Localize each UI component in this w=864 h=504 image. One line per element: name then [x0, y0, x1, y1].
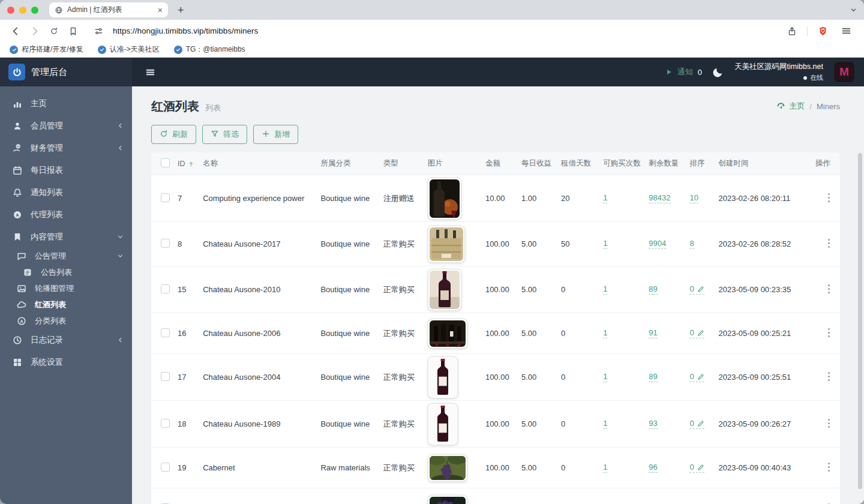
- edit-sort-icon[interactable]: [697, 286, 704, 293]
- avatar[interactable]: M: [834, 62, 854, 82]
- sidebar-item[interactable]: A代理列表: [0, 203, 132, 226]
- share-button[interactable]: [784, 23, 800, 39]
- browser-menu-button[interactable]: [838, 23, 854, 39]
- row-actions-menu-icon[interactable]: [827, 328, 830, 338]
- window-minimize-button[interactable]: [19, 7, 26, 14]
- bookmark-icon[interactable]: [65, 23, 82, 39]
- product-image-thumb[interactable]: [428, 226, 465, 263]
- forward-button[interactable]: [26, 23, 43, 39]
- sidebar-item[interactable]: 每日报表: [0, 159, 132, 181]
- remaining-value[interactable]: 98432: [649, 193, 670, 203]
- edit-sort-icon[interactable]: [697, 464, 704, 471]
- sort-value[interactable]: 0: [689, 419, 704, 429]
- sidebar-toggle-button[interactable]: [145, 67, 155, 77]
- window-close-button[interactable]: [7, 7, 14, 14]
- row-actions-menu-icon[interactable]: [827, 284, 830, 294]
- remaining-value[interactable]: 89: [649, 284, 657, 295]
- row-checkbox[interactable]: [161, 463, 170, 472]
- remaining-value[interactable]: 91: [649, 328, 657, 338]
- back-button[interactable]: [7, 23, 24, 39]
- row-actions-menu-icon[interactable]: [827, 462, 830, 472]
- bookmark-item[interactable]: TG：@tianmeibbs: [174, 44, 245, 55]
- sort-value[interactable]: 8: [689, 239, 694, 249]
- sort-value[interactable]: 0: [689, 463, 704, 473]
- edit-sort-icon[interactable]: [697, 329, 704, 337]
- page-scrollbar[interactable]: [857, 60, 863, 502]
- remaining-value[interactable]: 93: [649, 419, 657, 429]
- sidebar-item[interactable]: 通知列表: [0, 181, 132, 203]
- buy-times-value[interactable]: 1: [603, 328, 607, 338]
- cell-amount: 100.00: [481, 266, 517, 313]
- tab-search-chevron-icon[interactable]: [850, 7, 857, 13]
- reload-button[interactable]: [46, 23, 62, 39]
- buy-times-value[interactable]: 1: [603, 463, 607, 473]
- buy-times-value[interactable]: 1: [603, 284, 607, 295]
- row-checkbox[interactable]: [161, 372, 170, 381]
- edit-sort-icon[interactable]: [697, 373, 704, 380]
- scrollbar-thumb[interactable]: [858, 153, 862, 489]
- row-actions-menu-icon[interactable]: [827, 371, 830, 382]
- product-image-thumb[interactable]: [428, 269, 461, 311]
- site-settings-icon[interactable]: [90, 23, 107, 39]
- sidebar-item[interactable]: 主页: [0, 92, 132, 115]
- sidebar-item[interactable]: 系统设置: [0, 351, 132, 373]
- row-checkbox[interactable]: [161, 193, 170, 202]
- bookmark-item[interactable]: 程序搭建/开发/修复: [10, 44, 83, 55]
- breadcrumb-home[interactable]: 主页: [776, 101, 805, 112]
- brave-shield-button[interactable]: [814, 23, 831, 39]
- sort-value[interactable]: 10: [689, 193, 698, 203]
- sort-value[interactable]: 0: [689, 372, 704, 382]
- sidebar-item[interactable]: A分类列表: [0, 313, 132, 329]
- sidebar-item[interactable]: 轮播图管理: [0, 280, 132, 296]
- sort-value[interactable]: 0: [689, 284, 704, 295]
- refresh-button[interactable]: 刷新: [151, 125, 196, 144]
- product-image-thumb[interactable]: [428, 495, 467, 504]
- row-checkbox-cell: [151, 222, 173, 266]
- buy-times-value[interactable]: 1: [603, 193, 607, 203]
- bookmark-item[interactable]: 认准->天美社区: [98, 44, 160, 55]
- dark-mode-toggle[interactable]: [713, 67, 724, 77]
- cell-daily-income: 5.00: [517, 401, 556, 448]
- sidebar-item[interactable]: 财务管理: [0, 137, 132, 159]
- row-checkbox[interactable]: [161, 419, 170, 428]
- buy-times-value[interactable]: 1: [603, 239, 607, 249]
- notifications-button[interactable]: 通知 0: [665, 67, 702, 77]
- sort-value[interactable]: 0: [689, 328, 704, 338]
- sort-asc-icon[interactable]: [188, 161, 194, 167]
- product-image-thumb[interactable]: [428, 454, 467, 482]
- product-image-thumb[interactable]: [428, 356, 458, 398]
- window-zoom-button[interactable]: [31, 7, 38, 14]
- row-actions-menu-icon[interactable]: [827, 418, 830, 428]
- row-checkbox[interactable]: [161, 239, 170, 248]
- product-image-thumb[interactable]: [428, 178, 461, 220]
- sidebar-item[interactable]: 日志记录: [0, 329, 132, 351]
- remaining-value[interactable]: 9904: [649, 239, 666, 249]
- row-checkbox[interactable]: [161, 284, 170, 293]
- new-tab-button[interactable]: +: [178, 5, 184, 16]
- sidebar-item[interactable]: 内容管理: [0, 226, 132, 248]
- sidebar-item[interactable]: 公告列表: [0, 264, 132, 280]
- edit-sort-icon[interactable]: [697, 420, 704, 427]
- select-all-checkbox[interactable]: [161, 158, 170, 167]
- cell-daily-income: 5.00: [517, 313, 556, 354]
- row-checkbox[interactable]: [161, 328, 170, 337]
- sidebar-item[interactable]: 公告管理: [0, 248, 132, 264]
- sidebar-item[interactable]: 红酒列表: [0, 296, 132, 313]
- remaining-value[interactable]: 96: [649, 463, 657, 473]
- address-bar[interactable]: https://hongjiu.timibbs.vip/timibbs/mine…: [84, 23, 781, 39]
- browser-tab[interactable]: Admin | 红酒列表 ×: [49, 2, 168, 17]
- buy-times-value[interactable]: 1: [603, 372, 607, 382]
- product-image-thumb[interactable]: [428, 403, 458, 445]
- brand[interactable]: 管理后台: [0, 58, 132, 86]
- table-header-row: ID名称所属分类类型图片金额每日收益租借天数可购买次数剩余数量排序创建时间操作: [151, 152, 840, 175]
- cell-name: Chateau Ausone-2006: [198, 313, 316, 354]
- product-image-thumb[interactable]: [428, 319, 467, 349]
- tab-close-icon[interactable]: ×: [158, 6, 163, 14]
- row-actions-menu-icon[interactable]: [827, 193, 830, 203]
- filter-button[interactable]: 筛选: [202, 125, 247, 144]
- row-actions-menu-icon[interactable]: [827, 238, 830, 248]
- sidebar-item[interactable]: 会员管理: [0, 115, 132, 137]
- remaining-value[interactable]: 89: [649, 372, 657, 382]
- add-button[interactable]: 新增: [253, 125, 298, 144]
- buy-times-value[interactable]: 1: [603, 419, 607, 429]
